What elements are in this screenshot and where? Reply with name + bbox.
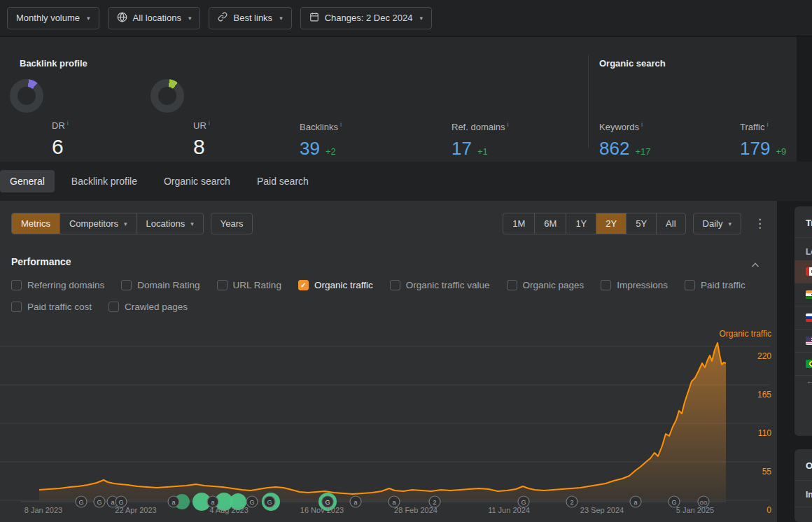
info-icon: i	[340, 121, 342, 128]
flag-ca-icon	[806, 267, 812, 276]
ref-domains-delta: +1	[477, 146, 488, 157]
best-links-dropdown[interactable]: Best links ▾	[209, 7, 291, 29]
range-5y[interactable]: 5Y	[626, 213, 656, 234]
checkbox-icon[interactable]	[685, 280, 695, 290]
checkbox-icon[interactable]	[601, 280, 611, 290]
interval-dropdown[interactable]: Daily▾	[694, 213, 741, 234]
monthly-volume-dropdown[interactable]: Monthly volume ▾	[7, 7, 99, 29]
interval-dropdown-wrap: Daily▾	[693, 213, 741, 234]
range-2y[interactable]: 2Y	[596, 213, 626, 234]
svg-text:G: G	[521, 499, 526, 506]
metrics-button-group: Metrics Competitors▾ Locations▾	[11, 213, 204, 234]
svg-text:G: G	[78, 499, 83, 506]
checkbox-paid-traffic-cost[interactable]: Paid traffic cost	[11, 302, 92, 312]
range-all[interactable]: All	[656, 213, 685, 234]
svg-text:11 Jun 2024: 11 Jun 2024	[488, 506, 530, 514]
location-row-in[interactable]: India	[794, 283, 812, 306]
years-button[interactable]: Years	[211, 213, 253, 234]
location-row-us[interactable]: United States	[794, 330, 812, 353]
chevron-down-icon: ▾	[124, 220, 127, 227]
checkbox-paid-traffic[interactable]: Paid traffic	[685, 280, 746, 290]
flag-us-icon	[806, 337, 812, 345]
changes-date-label: Changes: 2 Dec 2024	[325, 13, 413, 23]
svg-text:16 Nov 2023: 16 Nov 2023	[300, 506, 344, 514]
chevron-down-icon: ▾	[728, 220, 732, 227]
competitors-dropdown[interactable]: Competitors▾	[59, 213, 136, 234]
traffic-delta: +9	[776, 146, 786, 157]
section-tabs: General Backlink profile Organic search …	[0, 162, 812, 201]
locations-filter-dropdown[interactable]: Locations▾	[136, 213, 203, 234]
checkbox-organic-traffic[interactable]: ✓Organic traffic	[298, 280, 373, 290]
checkbox-icon[interactable]	[217, 280, 227, 290]
checkbox-organic-traffic-value[interactable]: Organic traffic value	[390, 280, 490, 290]
info-icon: i	[641, 121, 643, 128]
ref-domains-value: 17	[451, 138, 472, 160]
svg-text:23 Sep 2024: 23 Sep 2024	[580, 506, 624, 514]
tab-paid-search[interactable]: Paid search	[247, 170, 318, 192]
organic-keywords-title: Organic keywords	[806, 460, 812, 471]
dr-value: 6	[52, 135, 69, 159]
svg-text:Organic traffic: Organic traffic	[720, 329, 771, 339]
checkbox-domain-rating[interactable]: Domain Rating	[121, 280, 200, 290]
checkbox-icon[interactable]	[390, 280, 400, 290]
traffic-by-location-card: Traffic by location Location CanadaIndia…	[794, 206, 812, 436]
chevron-down-icon: ▾	[279, 15, 283, 22]
divider	[794, 237, 812, 238]
svg-text:G: G	[325, 499, 330, 506]
info-icon: i	[507, 121, 509, 128]
svg-text:165: 165	[757, 390, 771, 400]
checkbox-icon[interactable]	[507, 280, 517, 290]
flag-ru-icon	[806, 313, 812, 322]
svg-text:a: a	[634, 499, 637, 506]
svg-text:0: 0	[766, 505, 771, 515]
changes-date-dropdown[interactable]: Changes: 2 Dec 2024 ▾	[300, 7, 432, 29]
info-icon: i	[209, 120, 210, 127]
svg-text:GG: GG	[700, 500, 708, 505]
location-row-ca[interactable]: Canada	[794, 260, 812, 283]
chevron-down-icon: ▾	[190, 220, 194, 227]
checkbox-url-rating[interactable]: URL Rating	[217, 280, 281, 290]
more-options-kebab-icon[interactable]: ⋮	[754, 218, 766, 230]
location-row-ru[interactable]: Russia	[794, 306, 812, 330]
ur-donut-gauge	[150, 79, 184, 113]
tab-general[interactable]: General	[0, 170, 55, 192]
checkbox-icon[interactable]	[11, 302, 22, 312]
backlinks-delta: +2	[326, 146, 336, 157]
svg-text:22 Apr 2023: 22 Apr 2023	[115, 506, 156, 514]
svg-text:a: a	[111, 499, 114, 506]
chevron-down-icon: ▾	[419, 15, 423, 22]
dr-rating: DRi 6	[52, 120, 69, 159]
range-1m[interactable]: 1M	[503, 213, 534, 234]
tab-organic-search[interactable]: Organic search	[154, 170, 240, 192]
checkbox-icon[interactable]: ✓	[298, 280, 309, 290]
organic-traffic-chart[interactable]: 055110165220GGaGaaGGGaa2G2aGGG8 Jan 2023…	[0, 325, 777, 522]
checkbox-icon[interactable]	[121, 280, 132, 290]
location-column-header: Location	[806, 247, 812, 257]
collapse-chevron-up-icon[interactable]	[750, 258, 760, 271]
range-1y[interactable]: 1Y	[566, 213, 596, 234]
ur-value: 8	[193, 135, 210, 159]
checkbox-icon[interactable]	[11, 280, 22, 290]
svg-text:G: G	[267, 499, 272, 506]
svg-text:G: G	[249, 499, 254, 506]
svg-text:28 Feb 2024: 28 Feb 2024	[394, 506, 438, 514]
checkbox-icon[interactable]	[108, 302, 119, 312]
svg-text:4 Aug 2023: 4 Aug 2023	[209, 506, 248, 514]
location-row-br[interactable]: Brazil	[794, 353, 812, 376]
metrics-button[interactable]: Metrics	[12, 213, 59, 234]
checkbox-organic-pages[interactable]: Organic pages	[507, 280, 584, 290]
divider	[794, 480, 812, 481]
range-6m[interactable]: 6M	[534, 213, 566, 234]
organic-search-title: Organic search	[599, 58, 666, 69]
section-divider	[588, 55, 589, 148]
pagination-arrow-icon[interactable]: ←	[806, 376, 812, 386]
location-rows: CanadaIndiaRussiaUnited StatesBrazil	[794, 260, 812, 376]
checkbox-crawled-pages[interactable]: Crawled pages	[108, 302, 188, 312]
tab-backlink-profile[interactable]: Backlink profile	[62, 170, 147, 192]
keywords-delta: +17	[635, 146, 650, 157]
checkbox-referring-domains[interactable]: Referring domains	[11, 280, 104, 290]
top-toolbar: Monthly volume ▾ All locations ▾ Best li…	[0, 0, 812, 36]
checkbox-impressions[interactable]: Impressions	[601, 280, 668, 290]
locations-dropdown[interactable]: All locations ▾	[108, 7, 201, 29]
svg-text:2: 2	[433, 499, 436, 506]
